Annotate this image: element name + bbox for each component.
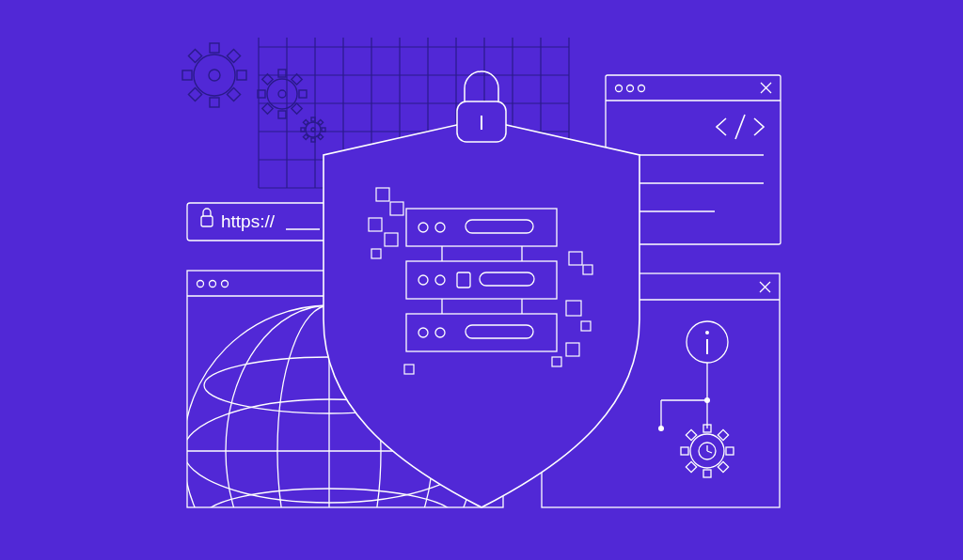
svg-rect-130 (404, 365, 414, 374)
svg-point-30 (278, 90, 286, 98)
svg-point-72 (658, 426, 664, 431)
svg-rect-34 (299, 90, 307, 98)
svg-rect-124 (569, 252, 582, 265)
svg-rect-125 (583, 265, 592, 274)
svg-rect-41 (311, 117, 315, 121)
svg-point-19 (194, 54, 235, 96)
svg-rect-24 (237, 70, 246, 80)
gear-icon-small (296, 113, 331, 148)
svg-rect-22 (210, 98, 219, 107)
svg-rect-122 (385, 233, 398, 246)
svg-rect-127 (581, 321, 591, 331)
server-stack (406, 209, 557, 351)
illustration-svg: https:// (0, 0, 963, 560)
svg-point-20 (209, 70, 220, 81)
svg-rect-32 (278, 111, 286, 118)
svg-rect-21 (210, 43, 219, 53)
svg-rect-102 (406, 209, 557, 246)
svg-rect-43 (301, 128, 305, 132)
url-protocol-text: https:// (221, 211, 276, 231)
svg-rect-121 (369, 218, 382, 231)
svg-point-73 (704, 397, 710, 403)
svg-rect-123 (371, 249, 381, 258)
svg-rect-42 (311, 138, 315, 142)
padlock-icon (457, 71, 506, 142)
security-illustration: https:// (0, 0, 963, 560)
svg-rect-129 (552, 357, 561, 366)
svg-rect-111 (406, 314, 557, 351)
svg-rect-119 (376, 188, 389, 201)
svg-point-40 (311, 128, 315, 132)
svg-rect-31 (278, 70, 286, 77)
svg-point-29 (267, 79, 297, 109)
gear-icon-large (169, 30, 260, 120)
svg-point-39 (306, 122, 321, 137)
svg-rect-126 (566, 301, 581, 316)
svg-rect-44 (322, 128, 325, 132)
svg-rect-120 (390, 202, 403, 215)
svg-rect-128 (566, 343, 579, 356)
svg-point-67 (705, 331, 709, 334)
gear-icon-medium (247, 59, 317, 129)
svg-rect-23 (182, 70, 192, 80)
